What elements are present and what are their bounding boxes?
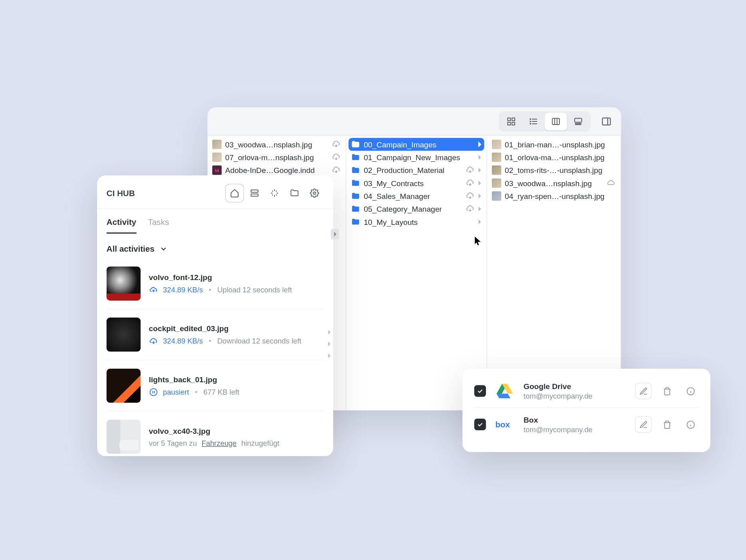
home-button[interactable] — [225, 184, 244, 203]
folder-row[interactable]: 10_My_Layouts — [346, 215, 486, 228]
folder-row[interactable]: 00_Campain_Images — [348, 138, 484, 151]
view-columns[interactable] — [545, 112, 567, 130]
chevron-right-icon — [477, 154, 482, 160]
folder-row[interactable]: 04_Sales_Manager — [346, 190, 486, 203]
edit-account-button[interactable] — [635, 383, 651, 399]
view-icon-grid[interactable] — [500, 112, 522, 130]
file-row[interactable]: 03_woodwa…nsplash.jpg — [207, 138, 345, 151]
panel-expand-handle[interactable] — [331, 229, 339, 239]
delete-account-button[interactable] — [658, 416, 675, 433]
tab-activity[interactable]: Activity — [106, 217, 136, 234]
activity-row[interactable]: volvo_font-12.jpg 324.89 KB/s Upload 12 … — [106, 258, 324, 310]
cihub-header: CI HUB — [97, 175, 333, 209]
svg-rect-3 — [512, 122, 515, 125]
chevron-right-icon — [477, 167, 482, 173]
finder-column-2: 00_Campain_Images 01_Campaign_New_Images… — [346, 135, 487, 410]
svg-rect-15 — [577, 123, 579, 124]
file-row[interactable]: 07_orlova-m…nsplash.jpg — [207, 151, 345, 164]
account-name: Google Drive — [523, 382, 626, 391]
svg-point-21 — [313, 192, 316, 195]
svg-rect-16 — [579, 123, 581, 124]
chevron-right-icon — [477, 180, 482, 186]
info-account-button[interactable] — [682, 383, 698, 399]
svg-point-7 — [530, 119, 531, 119]
info-account-button[interactable] — [682, 416, 698, 433]
file-label: 07_orlova-m…nsplash.jpg — [225, 153, 329, 162]
activities-filter[interactable]: All activities — [97, 234, 333, 258]
file-row[interactable]: 04_ryan-spen…-unsplash.jpg — [487, 190, 621, 203]
edit-icon — [639, 420, 648, 429]
svg-rect-19 — [251, 190, 258, 193]
svg-rect-17 — [602, 118, 610, 125]
edit-account-button[interactable] — [635, 416, 651, 433]
sparkle-icon — [270, 189, 279, 198]
chevron-right-icon — [477, 219, 482, 225]
settings-button[interactable] — [305, 184, 324, 203]
google-drive-icon — [495, 381, 514, 400]
file-label: 01_orlova-ma…-unsplash.jpg — [505, 153, 616, 162]
folder-icon — [351, 217, 360, 227]
image-thumb-icon — [491, 191, 501, 201]
file-row[interactable]: 01_brian-man…-unsplash.jpg — [487, 138, 621, 151]
cloud-upload-icon — [149, 285, 158, 294]
file-label: 04_ryan-spen…-unsplash.jpg — [505, 192, 616, 201]
account-email: tom@mycompany.de — [523, 425, 626, 434]
activity-history-link[interactable]: Fahrzeuge — [201, 439, 237, 447]
gear-icon — [310, 189, 319, 198]
folder-row[interactable]: 01_Campaign_New_Images — [346, 151, 486, 164]
view-list[interactable] — [522, 112, 545, 130]
file-row[interactable]: Adobe-InDe…Google.indd — [207, 164, 345, 177]
server-icon — [250, 189, 259, 198]
activity-thumbnail — [106, 420, 140, 454]
activity-speed: 324.89 KB/s — [163, 337, 203, 345]
activity-row[interactable]: lights_back_01.jpg pausiert 677 KB left — [106, 360, 324, 411]
panel-icon — [601, 116, 611, 126]
view-gallery[interactable] — [567, 112, 589, 130]
info-icon — [686, 387, 694, 395]
activity-filename: volvo_xc40-3.jpg — [149, 427, 324, 435]
activity-row[interactable]: volvo_xc40-3.jpg vor 5 Tagen zu Fahrzeug… — [106, 411, 324, 456]
cihub-title: CI HUB — [106, 189, 225, 198]
accounts-popover: Google Drive tom@mycompany.de box Box to… — [462, 369, 710, 452]
cihub-panel: CI HUB Activity Tasks All activities vol… — [97, 175, 333, 456]
account-row: box Box tom@mycompany.de — [474, 408, 698, 441]
trash-icon — [662, 420, 671, 429]
svg-rect-14 — [575, 123, 577, 124]
indesign-icon — [212, 165, 222, 175]
image-thumb-icon — [491, 165, 501, 175]
expand-row-arrow[interactable] — [325, 351, 333, 360]
account-checkbox[interactable] — [474, 385, 485, 397]
file-label: 03_woodwa…nsplash.jpg — [505, 179, 604, 187]
file-row[interactable]: 03_woodwa…nsplash.jpg — [487, 177, 621, 189]
account-checkbox[interactable] — [474, 419, 485, 430]
cloud-download-icon — [465, 191, 475, 201]
activities-filter-label: All activities — [106, 244, 154, 254]
folder-row[interactable]: 03_My_Contracts — [346, 177, 486, 189]
expand-row-arrow[interactable] — [325, 328, 333, 337]
svg-rect-0 — [507, 118, 510, 121]
cihub-tabs: Activity Tasks — [97, 209, 333, 234]
activity-row[interactable]: cockpit_edited_03.jpg 324.89 KB/s Downlo… — [106, 310, 324, 361]
chevron-right-icon — [477, 193, 482, 199]
sidebar-toggle[interactable] — [597, 112, 615, 130]
image-thumb-icon — [491, 153, 501, 162]
file-row[interactable]: 01_orlova-ma…-unsplash.jpg — [487, 151, 621, 164]
folder-label: 03_My_Contracts — [364, 179, 463, 187]
folder-row[interactable]: 05_Category_Manager — [346, 203, 486, 215]
check-icon — [476, 387, 483, 395]
tab-tasks[interactable]: Tasks — [148, 217, 169, 234]
svg-text:box: box — [495, 420, 510, 429]
folder-button[interactable] — [285, 184, 304, 203]
delete-account-button[interactable] — [658, 383, 675, 399]
chevron-right-icon — [477, 141, 482, 147]
svg-rect-20 — [251, 194, 258, 196]
expand-row-arrow[interactable] — [325, 340, 333, 348]
folder-icon — [351, 165, 360, 175]
columns-icon — [551, 117, 561, 126]
image-thumb-icon — [491, 140, 501, 149]
svg-point-22 — [150, 388, 157, 395]
folder-row[interactable]: 02_Production_Material — [346, 164, 486, 177]
sparkle-button[interactable] — [265, 184, 284, 203]
file-row[interactable]: 02_toms-rits-…-unsplash.jpg — [487, 164, 621, 177]
server-button[interactable] — [245, 184, 264, 203]
